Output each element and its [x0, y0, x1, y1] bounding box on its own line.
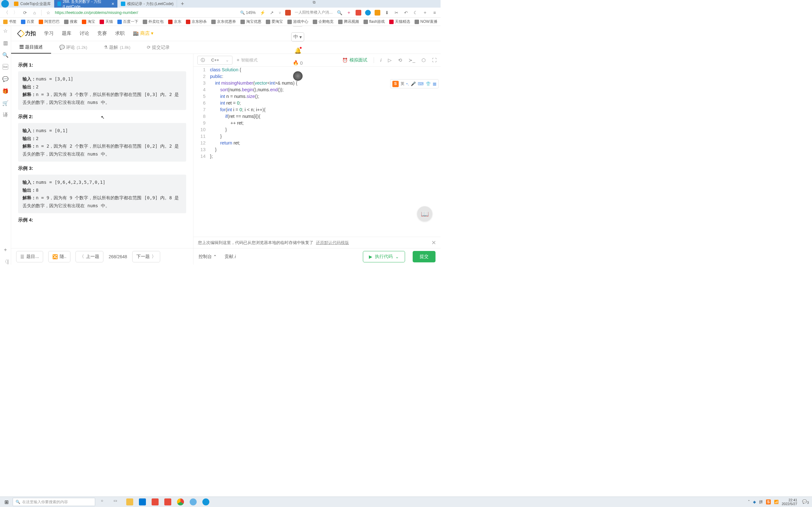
- contribute-link[interactable]: 贡献 i: [224, 254, 236, 260]
- bookmark-item[interactable]: 企鹅电竞: [313, 19, 334, 24]
- code-line[interactable]: 2public:: [194, 73, 441, 80]
- bell-icon[interactable]: 🔔: [294, 47, 301, 54]
- problem-tab[interactable]: ☰ 题目描述: [11, 41, 51, 54]
- bookmark-item[interactable]: 淘宝优惠: [241, 19, 261, 24]
- run-icon[interactable]: ▷: [388, 57, 392, 63]
- search-side-icon[interactable]: 🔍: [3, 52, 8, 58]
- code-editor[interactable]: S 英 •, 🎤 ⌨ 👕 ▦ 1class Solution {2public:…: [194, 66, 441, 237]
- nav-item[interactable]: 题库: [62, 31, 71, 37]
- code-line[interactable]: 8 if(ret == nums[i]){: [194, 113, 441, 120]
- bookmark-item[interactable]: 外卖红包: [143, 19, 164, 24]
- info-icon[interactable]: i: [380, 57, 381, 63]
- back-button[interactable]: 〈: [3, 10, 9, 15]
- bookmark-item[interactable]: 京东秒杀: [186, 19, 207, 24]
- forward-button[interactable]: 〉: [13, 10, 18, 15]
- reset-icon[interactable]: ⟲: [398, 57, 402, 63]
- home-button[interactable]: ⌂: [32, 10, 38, 15]
- search-icon[interactable]: 🔍: [337, 10, 342, 15]
- bookmark-item[interactable]: 天猫: [100, 19, 113, 24]
- flash-icon[interactable]: ⚡: [259, 10, 265, 15]
- ext-icon-1[interactable]: [285, 10, 291, 15]
- problem-tab[interactable]: 💬 评论 (1.2k): [51, 41, 96, 54]
- code-line[interactable]: 7 for(int i = 0; i < n; i++){: [194, 107, 441, 113]
- bookmark-item[interactable]: 京东: [168, 19, 182, 24]
- terminal-icon[interactable]: ≻_: [409, 57, 415, 63]
- console-toggle[interactable]: 控制台 ⌃: [199, 254, 217, 260]
- code-line[interactable]: 9 ++ ret;: [194, 120, 441, 126]
- prev-button[interactable]: 〈 上一题: [75, 251, 103, 262]
- bookmark-item[interactable]: 游戏中心: [287, 19, 308, 24]
- bookmark-item[interactable]: 淘宝: [82, 19, 95, 24]
- code-line[interactable]: 12 return ret;: [194, 140, 441, 147]
- bookmark-item[interactable]: 爱淘宝: [266, 19, 283, 24]
- screenshot-icon[interactable]: ✂: [394, 10, 399, 15]
- fullscreen-icon[interactable]: ⛶: [432, 57, 437, 63]
- nav-item[interactable]: 学习: [44, 31, 54, 37]
- smart-mode-toggle[interactable]: 智能模式: [237, 57, 258, 63]
- url-field[interactable]: https://leetcode.cn/problems/missing-num…: [55, 10, 236, 15]
- site-logo[interactable]: 力扣: [18, 30, 36, 37]
- live-icon[interactable]: live: [3, 64, 8, 70]
- code-line[interactable]: 14};: [194, 153, 441, 160]
- code-line[interactable]: 13 }: [194, 147, 441, 153]
- collapse-sidebar-icon[interactable]: 〈|: [3, 259, 8, 265]
- dark-mode-icon[interactable]: ☾: [413, 10, 418, 15]
- ext-icon-3[interactable]: [356, 10, 361, 15]
- ime-panel[interactable]: S 英 •, 🎤 ⌨ 👕 ▦: [390, 79, 439, 89]
- ime-skin-icon[interactable]: 👕: [426, 80, 431, 87]
- nav-item[interactable]: 竞赛: [97, 31, 107, 37]
- problem-tab[interactable]: ⟳ 提交记录: [139, 41, 178, 54]
- bookmark-item[interactable]: NOW直播: [415, 19, 437, 24]
- mock-interview-button[interactable]: ⏰ 模拟面试: [342, 57, 367, 63]
- ext-icon-2[interactable]: ✦: [346, 10, 352, 15]
- add-panel-icon[interactable]: ＋: [3, 247, 8, 252]
- chat-icon[interactable]: 💬: [3, 76, 8, 82]
- code-line[interactable]: 1class Solution {: [194, 66, 441, 73]
- ime-punct-icon[interactable]: •,: [406, 80, 409, 87]
- split-window-icon[interactable]: ⧉: [313, 0, 316, 4]
- language-select[interactable]: ⓘ C++ ⌄: [197, 56, 233, 65]
- gift-icon[interactable]: 🎁: [3, 88, 8, 94]
- floating-notes-button[interactable]: 📖: [417, 206, 432, 222]
- zoom-indicator[interactable]: 🔍 145%: [240, 10, 256, 15]
- bookmark-item[interactable]: 百度一下: [117, 19, 138, 24]
- submit-button[interactable]: 提交: [413, 251, 436, 262]
- browser-tab[interactable]: CodeTop企业题库: [11, 0, 54, 8]
- mobile-chip[interactable]: 📱: [293, 26, 303, 26]
- download-icon[interactable]: ⬇: [384, 10, 390, 15]
- bookmark-item[interactable]: 腾讯视频: [338, 19, 359, 24]
- add-icon[interactable]: ＋: [422, 10, 428, 15]
- problem-tab[interactable]: ⚗ 题解 (1.8k): [96, 41, 139, 54]
- bookmark-item[interactable]: 阿里巴巴: [39, 19, 60, 24]
- tab-close-icon[interactable]: ×: [112, 1, 114, 6]
- browser-tab[interactable]: 模拟记录 - 力扣 (LeetCode): [118, 0, 177, 8]
- menu-icon[interactable]: ≡: [432, 10, 438, 15]
- reload-button[interactable]: ⟳: [22, 10, 28, 15]
- code-line[interactable]: 10 }: [194, 126, 441, 133]
- new-tab-button[interactable]: +: [177, 0, 188, 8]
- browser-tab[interactable]: 268. 丢失的数字 - 力扣 (LeetCode...×: [54, 0, 118, 8]
- bookmark-item[interactable]: flash游戏: [363, 19, 385, 24]
- star-icon[interactable]: ☆: [3, 28, 8, 34]
- lang-chip[interactable]: 中 ▾: [291, 32, 304, 42]
- ime-keyboard-icon[interactable]: ⌨: [418, 80, 424, 87]
- nav-shop[interactable]: 🏬 商店 ▾: [133, 31, 154, 37]
- random-button[interactable]: 🔀 随..: [48, 251, 71, 262]
- code-line[interactable]: 6 int ret = 0;: [194, 100, 441, 107]
- bookmark-item[interactable]: 百度: [21, 19, 34, 24]
- code-line[interactable]: 5 int n = nums.size();: [194, 93, 441, 100]
- bookmark-item[interactable]: 搜索: [64, 19, 78, 24]
- nav-item[interactable]: 求职: [115, 31, 125, 37]
- settings-icon[interactable]: ⬡: [421, 57, 426, 63]
- share-icon[interactable]: ↗: [269, 10, 275, 15]
- next-button[interactable]: 下一题 〉: [132, 251, 160, 262]
- bookmark-item[interactable]: 京东优惠券: [211, 19, 236, 24]
- run-code-button[interactable]: ▶ 执行代码 ⌄: [363, 251, 405, 262]
- restore-link[interactable]: 还原默认代码模版: [316, 240, 349, 245]
- nav-item[interactable]: 讨论: [80, 31, 89, 37]
- code-line[interactable]: 11 }: [194, 133, 441, 140]
- ext-icon-5[interactable]: [374, 10, 380, 15]
- omnibox-search[interactable]: 一人阳性整楼入户消杀是歪: [295, 10, 333, 15]
- problem-list-button[interactable]: ☰ 题目...: [16, 251, 43, 262]
- book-icon[interactable]: ▥: [3, 40, 8, 46]
